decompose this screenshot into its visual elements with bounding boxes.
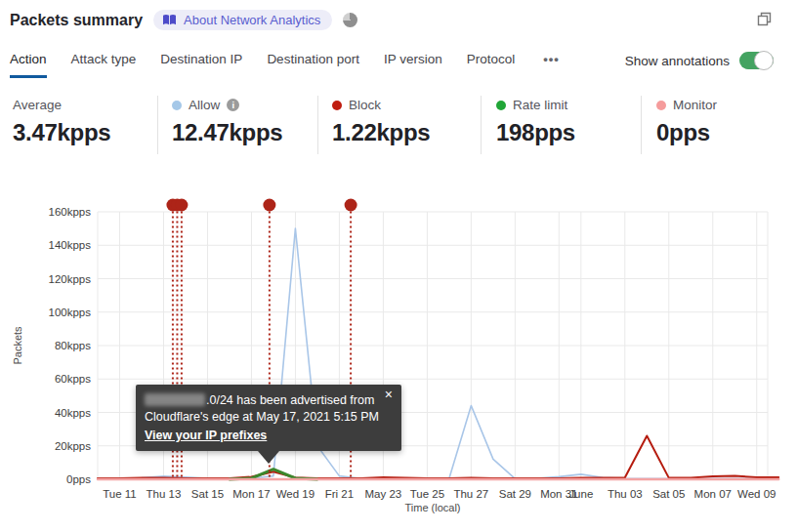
redacted-ip-prefix	[145, 393, 205, 406]
x-tick-label: Thu 03	[608, 488, 643, 500]
network-analytics-panel: Packets summary About Network Analytics …	[0, 0, 797, 532]
x-tick-label: Sat 05	[652, 488, 685, 500]
x-tick-label: Tue 25	[410, 488, 444, 500]
annotation-marker[interactable]	[175, 199, 188, 212]
x-tick-label: Mon 17	[232, 488, 270, 500]
packets-chart[interactable]: 0pps20kpps40kpps60kpps80kpps100kpps120kp…	[0, 0, 797, 532]
y-tick-label: 160kpps	[49, 206, 92, 218]
tooltip-pointer	[258, 451, 279, 464]
y-tick-label: 100kpps	[49, 307, 92, 318]
x-tick-label: Thu 27	[453, 488, 488, 500]
x-tick-label: Wed 19	[276, 488, 315, 500]
y-tick-label: 40kpps	[55, 407, 91, 419]
x-tick-label: Sat 15	[191, 488, 224, 500]
annotation-marker[interactable]	[263, 199, 275, 212]
x-tick-label: Fri 21	[325, 488, 354, 500]
x-tick-label: Wed 09	[737, 488, 776, 500]
y-tick-label: 140kpps	[49, 239, 92, 251]
y-tick-label: 80kpps	[55, 340, 91, 351]
x-tick-label: Thu 13	[147, 488, 182, 500]
annotation-tooltip: × .0/24 has been advertised from Cloudfl…	[136, 385, 401, 451]
x-tick-label: Sat 29	[499, 488, 531, 500]
y-axis-title: Packets	[12, 326, 23, 365]
view-ip-prefixes-link[interactable]: View your IP prefixes	[145, 428, 267, 444]
x-tick-label: Mon 07	[694, 488, 732, 500]
y-tick-label: 20kpps	[55, 440, 91, 452]
annotation-marker[interactable]	[345, 199, 357, 212]
x-tick-label: May 23	[365, 488, 402, 500]
x-tick-label: June	[568, 488, 593, 500]
x-tick-label: Tue 11	[103, 488, 137, 500]
y-tick-label: 60kpps	[55, 373, 91, 385]
x-axis-title: Time (local)	[404, 502, 460, 513]
y-tick-label: 0pps	[66, 473, 91, 485]
y-tick-label: 120kpps	[49, 273, 92, 285]
close-icon[interactable]: ×	[385, 388, 393, 401]
